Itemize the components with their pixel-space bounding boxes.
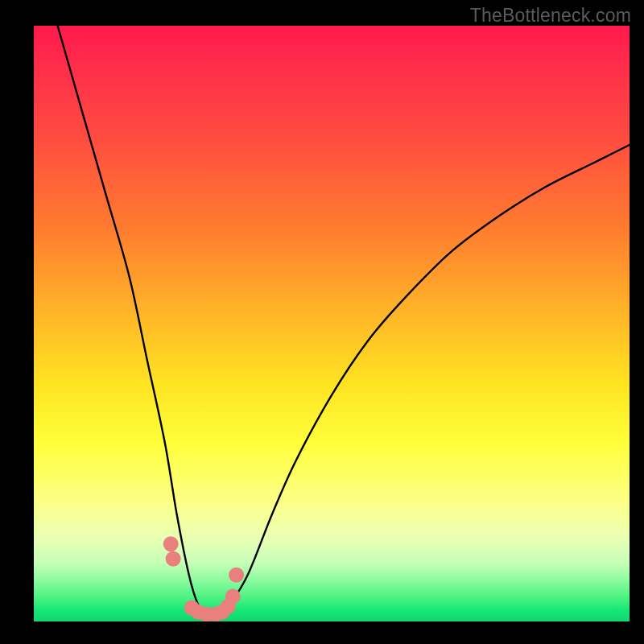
highlight-dot xyxy=(166,551,181,567)
highlight-dot xyxy=(229,568,244,583)
bottleneck-curve-line xyxy=(58,26,630,617)
bottleneck-curve-svg xyxy=(34,26,630,621)
highlight-dots-group xyxy=(163,536,244,621)
highlight-dot xyxy=(163,536,179,551)
plot-area xyxy=(34,26,630,621)
chart-frame: TheBottleneck.com xyxy=(0,0,644,644)
watermark-text: TheBottleneck.com xyxy=(470,5,631,27)
highlight-dot xyxy=(225,588,241,604)
